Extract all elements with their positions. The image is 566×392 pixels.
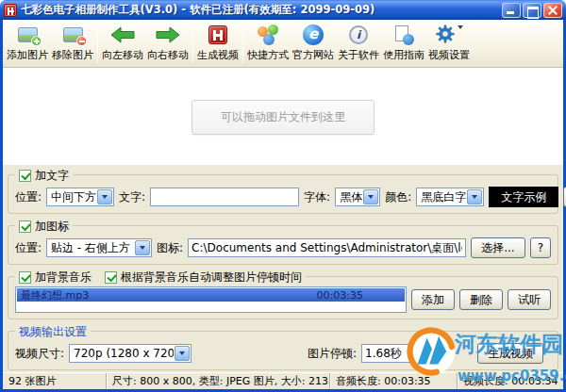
toolbar-about-button[interactable]: 关于软件 [336, 21, 381, 66]
select-value: 贴边 - 右侧上方 [51, 240, 134, 256]
window-title: 七彩色电子相册制作工具(V3.0) - 软件已注册(有效期至: 2099-09-… [21, 3, 500, 17]
toolbar-button-label: 关于软件 [338, 48, 379, 62]
generate-video-icon [208, 24, 227, 46]
toolbar-separator [97, 24, 98, 62]
overlay-text-input[interactable] [150, 188, 299, 206]
status-image-count: 92 张图片 [3, 373, 107, 389]
icon-browse-button[interactable]: 选择... [471, 237, 524, 258]
select-value: 720p (1280 x 720) [74, 347, 174, 360]
toolbar-move-right-button[interactable]: 向右移动 [145, 21, 191, 66]
text-label: 文字: [119, 189, 145, 205]
chevron-down-icon [97, 189, 112, 204]
info-icon [349, 24, 368, 46]
music-add-button[interactable]: 添加 [411, 289, 455, 310]
checkbox-label: 加背景音乐 [35, 270, 92, 286]
add-text-groupbox: 加文字 位置: 中间下方 文字: 字体: 黑体 颜色 [8, 174, 558, 214]
toolbar-move-left-button[interactable]: 向左移动 [100, 21, 145, 66]
text-position-select[interactable]: 中间下方 [46, 188, 114, 206]
music-duration: 00:03:35 [317, 289, 363, 302]
color-label: 颜色: [385, 189, 411, 205]
toolbar-website-button[interactable]: 官方网站 [291, 21, 336, 66]
toolbar-button-label: 快捷方式 [247, 48, 289, 62]
select-value: 黑体 [340, 189, 362, 205]
text-sample-button[interactable]: 文字示例 [489, 187, 558, 207]
app-icon [4, 4, 17, 17]
website-icon [303, 24, 324, 46]
checkbox-label: 根据背景音乐自动调整图片停顿时间 [121, 270, 302, 286]
playlist-selected-row[interactable]: 最终幻想.mp3 00:03:35 [17, 288, 405, 302]
chevron-down-icon [363, 189, 378, 204]
video-size-label: 视频尺寸: [15, 346, 64, 362]
icon-help-button[interactable]: ? [530, 237, 551, 258]
toolbar-separator [242, 24, 243, 62]
toolbar-video-settings-button[interactable]: 视频设置 [426, 21, 472, 66]
music-delete-button[interactable]: 删除 [459, 289, 503, 310]
drop-hint-button[interactable]: 可以拖动图片文件到这里 [191, 100, 375, 135]
checkbox-checked-icon [19, 271, 31, 284]
toolbar-button-label: 视频设置 [428, 48, 470, 62]
close-button[interactable] [543, 3, 562, 18]
groupbox-title: 视频输出设置 [19, 324, 87, 340]
add-icon-checkbox[interactable]: 加图标 [19, 219, 69, 235]
add-icon-groupbox: 加图标 位置: 贴边 - 右侧上方 图标: 选择... ? [8, 225, 558, 265]
chevron-down-icon [458, 25, 463, 29]
toolbar-button-label: 使用指南 [383, 48, 424, 62]
background-music-groupbox: 加背景音乐 根据背景音乐自动调整图片停顿时间 最终幻想.mp3 00:03:35 [8, 276, 558, 319]
music-preview-button[interactable]: 试听 [508, 289, 551, 310]
toolbar-button-label: 生成视频 [197, 48, 239, 62]
status-video-length: 视频长度: 00:03:34 [458, 373, 563, 389]
font-label: 字体: [304, 189, 330, 205]
toolbar-add-images-button[interactable]: 添加图片 [5, 21, 50, 66]
toolbar-button-label: 向右移动 [147, 48, 189, 62]
add-image-icon [18, 24, 38, 46]
music-playlist[interactable]: 最终幻想.mp3 00:03:35 [15, 286, 407, 313]
minimize-button[interactable] [502, 3, 521, 18]
toolbar-guide-button[interactable]: 使用指南 [381, 21, 426, 66]
toolbar: 添加图片 移除图片 向左移动 向右移动 生成 [3, 20, 563, 68]
status-audio-length: 音频长度: 00:03:35 [330, 373, 458, 389]
toolbar-generate-video-button[interactable]: 生成视频 [195, 21, 241, 66]
toolbar-button-label: 添加图片 [7, 48, 48, 62]
checkbox-label: 加文字 [35, 168, 69, 184]
title-bar: 七彩色电子相册制作工具(V3.0) - 软件已注册(有效期至: 2099-09-… [0, 0, 566, 20]
remove-image-icon [63, 24, 83, 46]
text-color-select[interactable]: 黑底白字 [416, 188, 484, 206]
generate-video-button[interactable]: 生成视频 [477, 343, 543, 364]
video-size-select[interactable]: 720p (1280 x 720) [69, 344, 191, 363]
position-label: 位置: [15, 189, 42, 205]
arrow-left-icon [110, 24, 135, 46]
toolbar-button-label: 移除图片 [52, 48, 93, 62]
checkbox-checked-icon [19, 170, 31, 182]
app-window: 七彩色电子相册制作工具(V3.0) - 软件已注册(有效期至: 2099-09-… [0, 0, 566, 392]
toolbar-button-label: 官方网站 [292, 48, 334, 62]
checkbox-checked-icon [105, 271, 117, 284]
chevron-down-icon [467, 189, 482, 204]
checkbox-checked-icon [19, 220, 31, 233]
add-music-checkbox[interactable]: 加背景音乐 [19, 270, 92, 286]
position-label: 位置: [15, 240, 42, 256]
shortcut-icon [257, 24, 279, 46]
pause-label: 图片停顿: [308, 346, 357, 362]
status-bar: 92 张图片 尺寸: 800 x 800, 类型: JPEG 图片, 大小: 2… [3, 372, 563, 389]
chevron-down-icon [175, 346, 190, 361]
toolbar-shortcut-button[interactable]: 快捷方式 [245, 21, 291, 66]
toolbar-button-label: 向左移动 [102, 48, 143, 62]
icon-position-select[interactable]: 贴边 - 右侧上方 [46, 238, 152, 257]
toolbar-separator [192, 24, 193, 62]
pause-duration-input[interactable] [361, 344, 435, 363]
guide-icon [394, 24, 414, 46]
auto-adjust-pause-checkbox[interactable]: 根据背景音乐自动调整图片停顿时间 [105, 270, 302, 286]
video-output-groupbox: 视频输出设置 视频尺寸: 720p (1280 x 720) 图片停顿: 生成视… [8, 331, 558, 370]
add-text-checkbox[interactable]: 加文字 [19, 168, 69, 184]
gear-icon [435, 24, 463, 46]
status-file-info: 尺寸: 800 x 800, 类型: JPEG 图片, 大小: 213.0 KB… [107, 373, 330, 389]
maximize-button[interactable] [523, 3, 541, 18]
image-drop-zone[interactable]: 可以拖动图片文件到这里 [3, 68, 563, 165]
music-file-name: 最终幻想.mp3 [21, 288, 317, 302]
icon-path-input[interactable] [188, 238, 466, 257]
chevron-down-icon [135, 240, 150, 255]
toolbar-remove-images-button[interactable]: 移除图片 [50, 21, 95, 66]
icon-label: 图标: [157, 240, 183, 256]
font-select[interactable]: 黑体 [335, 188, 380, 206]
select-value: 黑底白字 [421, 189, 466, 205]
